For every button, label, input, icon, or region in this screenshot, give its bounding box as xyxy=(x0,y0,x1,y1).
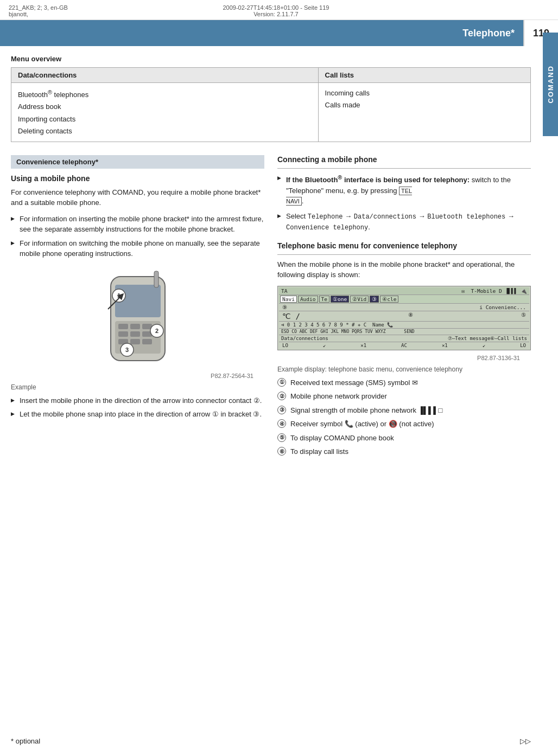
svg-rect-11 xyxy=(142,339,152,344)
convenience-section-label: Convenience telephony* xyxy=(11,155,264,169)
convenience-bullets: For information on inserting the mobile … xyxy=(11,214,264,259)
insert-bullet-1: Insert the mobile phone in the direction… xyxy=(11,395,264,406)
image-ref-2: P82.87-3136-31 xyxy=(277,355,531,361)
page-title: Telephone* xyxy=(449,28,523,39)
insert-bullets: Insert the mobile phone in the direction… xyxy=(11,395,264,420)
screen-row-5: ⊲ 0 1 2 3 4 5 6 7 8 9 * # + C Name 📞 xyxy=(279,322,529,329)
svg-text:3: 3 xyxy=(125,347,128,353)
using-body: For convenience telephony with COMAND, y… xyxy=(11,187,264,208)
screen-caption: Example display: telephone basic menu, c… xyxy=(277,366,531,373)
screen-row-8: LO↙✕1AC✕1↙LO xyxy=(279,342,529,349)
footer-nav: ▷▷ xyxy=(520,737,531,745)
page-title-box: Telephone* 119 xyxy=(449,20,558,46)
comand-side-tab: COMAND xyxy=(543,33,558,136)
phone-image-container: 1 2 3 xyxy=(11,266,264,370)
page-header: Telephone* 119 xyxy=(0,20,558,46)
meta-left: 221_AKB; 2; 3, en-GBbjanott, xyxy=(9,4,68,17)
col1-data: Bluetooth® telephones Address book Impor… xyxy=(11,83,319,142)
screen-row-2: Navi Audio Te ①one ②Vid ③ ④cle xyxy=(279,295,529,304)
svg-rect-10 xyxy=(130,339,140,344)
footer-optional: * optional xyxy=(11,737,40,745)
menu-overview-title: Menu overview xyxy=(11,55,531,63)
bullet-1: For information on inserting the mobile … xyxy=(11,214,264,235)
screen-row-1: TA ✉ T-Mobile D ▐▌▌▌ 🔌 xyxy=(279,287,529,295)
desc-item-2: ② Mobile phone network provider xyxy=(277,391,531,402)
svg-text:2: 2 xyxy=(155,328,158,334)
col2-data: Incoming calls Calls made xyxy=(318,83,530,142)
phone-svg: 1 2 3 xyxy=(78,266,198,369)
two-col-section: Convenience telephony* Using a mobile ph… xyxy=(11,155,531,462)
meta-bar: 221_AKB; 2; 3, en-GBbjanott, 2009-02-27T… xyxy=(0,0,558,20)
basic-menu-title: Telephone basic menu for convenience tel… xyxy=(277,241,531,250)
right-column: Connecting a mobile phone If the Bluetoo… xyxy=(277,155,531,462)
divider-1 xyxy=(277,168,531,169)
screen-row-7: Data/connections⑦—Text message⑥—Call lis… xyxy=(279,335,529,342)
desc-item-4: ④ Receiver symbol 📞 (active) or 📵 (not a… xyxy=(277,419,531,430)
basic-menu-body: When the mobile phone is in the mobile p… xyxy=(277,259,531,280)
svg-rect-4 xyxy=(130,324,140,329)
connecting-title: Connecting a mobile phone xyxy=(277,155,531,164)
screen-row-3: ⑨i Convenienc... xyxy=(279,304,529,311)
meta-right: 2009-02-27T14:45:18+01:00 - Seite 119Ver… xyxy=(223,4,329,17)
image-ref-1: P82.87-2564-31 xyxy=(11,373,264,379)
side-tab-label: COMAND xyxy=(547,65,555,104)
col1-header: Data/connections xyxy=(11,68,319,83)
connecting-bullets: If the Bluetooth® interface is being use… xyxy=(277,173,531,233)
screen-row-6: ESD CO ABC DEF GHI JKL MNO PQRS TUV WXYZ… xyxy=(279,329,529,335)
svg-rect-12 xyxy=(154,271,158,287)
menu-overview-table: Data/connections Call lists Bluetooth® t… xyxy=(11,67,531,142)
svg-rect-7 xyxy=(130,331,140,337)
col2-header: Call lists xyxy=(318,68,530,83)
connect-bullet-2: Select Telephone → Data/connections → Bl… xyxy=(277,211,531,233)
svg-rect-3 xyxy=(118,324,128,329)
phone-screen-display: TA ✉ T-Mobile D ▐▌▌▌ 🔌 Navi Audio Te ①on… xyxy=(277,286,531,350)
desc-item-1: ① Received text message (SMS) symbol ✉ xyxy=(277,377,531,388)
using-title: Using a mobile phone xyxy=(11,174,264,183)
left-column: Convenience telephony* Using a mobile ph… xyxy=(11,155,264,462)
insert-bullet-2: Let the mobile phone snap into place in … xyxy=(11,409,264,420)
svg-rect-6 xyxy=(118,331,128,337)
image-caption: Example xyxy=(11,383,264,391)
bullet-2: For information on switching the mobile … xyxy=(11,238,264,259)
divider-2 xyxy=(277,254,531,255)
main-content: Menu overview Data/connections Call list… xyxy=(0,46,558,479)
desc-item-3: ③ Signal strength of mobile phone networ… xyxy=(277,405,531,416)
connect-bullet-1: If the Bluetooth® interface is being use… xyxy=(277,173,531,207)
desc-item-5: ⑤ To display COMAND phone book xyxy=(277,433,531,444)
desc-item-6: ⑥ To display call lists xyxy=(277,446,531,457)
screen-row-4: ℃ /⑧⑤ xyxy=(279,311,529,322)
numbered-desc-list: ① Received text message (SMS) symbol ✉ ②… xyxy=(277,377,531,457)
